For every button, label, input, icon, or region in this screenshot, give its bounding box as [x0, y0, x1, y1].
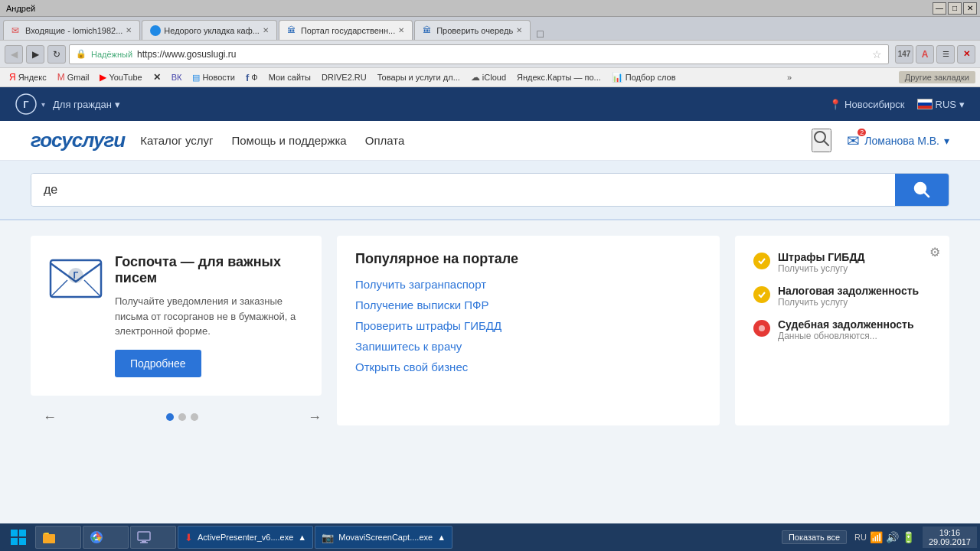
carousel-dot-3[interactable]: [191, 413, 198, 421]
window-maximize-button[interactable]: □: [948, 2, 962, 15]
tax-content: Налоговая задолженность Получить услугу: [778, 285, 919, 308]
windows-logo-icon: [9, 528, 28, 546]
bookmark-news[interactable]: ▤ Новости: [188, 71, 240, 84]
refresh-button[interactable]: ↻: [47, 45, 66, 64]
bookmark-star-icon[interactable]: ☆: [872, 48, 882, 60]
start-button[interactable]: [3, 525, 34, 549]
yandex-icon: Я: [9, 72, 16, 83]
carousel-dot-2[interactable]: [178, 413, 186, 421]
show-all-button[interactable]: Показать все: [782, 530, 847, 544]
menu-button[interactable]: ☰: [936, 45, 955, 64]
fb-icon: f: [246, 72, 249, 83]
popular-link-doctor[interactable]: Запишитесь к врачу: [355, 340, 701, 353]
tab-tiles-close-icon[interactable]: ✕: [263, 26, 269, 34]
taskbar-download-activepresenter[interactable]: ⬇ ActivePresenter_v6....exe ▲: [178, 526, 313, 549]
gosuslugi-logo[interactable]: госуслуги: [31, 129, 125, 152]
tab-tiles[interactable]: Недорого укладка каф... ✕: [142, 20, 277, 40]
svg-rect-12: [11, 538, 18, 545]
nav-help-link[interactable]: Помощь и поддержка: [231, 134, 346, 147]
top-nav-logo[interactable]: Г ▾: [15, 93, 45, 115]
tab-gmail[interactable]: ✉ Входящие - lomich1982... ✕: [3, 20, 140, 40]
bookmark-mysites[interactable]: Мои сайты: [264, 71, 315, 83]
x-extension-icon[interactable]: ✕: [957, 45, 975, 64]
carousel-prev-button[interactable]: ←: [43, 409, 57, 425]
tab-queue-close-icon[interactable]: ✕: [516, 26, 522, 34]
tab-gosuslugi[interactable]: 🏛 Портал государственн... ✕: [279, 20, 413, 40]
os-titlebar: Андрей — □ ✕: [0, 0, 980, 17]
court-title: Судебная задолженность: [778, 318, 914, 331]
bookmarks-more-button[interactable]: »: [782, 71, 796, 83]
tray-network-icon[interactable]: 📶: [870, 531, 883, 543]
tax-subtitle[interactable]: Получить услугу: [778, 297, 919, 308]
svg-rect-11: [19, 530, 26, 536]
bookmark-goods[interactable]: Товары и услуги дл...: [373, 71, 465, 83]
popular-link-pfr[interactable]: Получение выписки ПФР: [355, 298, 701, 311]
taskbar-app-display[interactable]: [130, 526, 176, 549]
bookmark-drive2[interactable]: DRIVE2.RU: [317, 71, 371, 83]
gmail-icon: M: [57, 72, 65, 83]
carousel-next-button[interactable]: →: [308, 409, 322, 425]
window-minimize-button[interactable]: —: [933, 2, 946, 15]
bookmark-fb[interactable]: f Ф: [241, 70, 263, 85]
tax-status-icon: [753, 286, 770, 303]
nav-catalog-link[interactable]: Каталог услуг: [140, 134, 213, 147]
address-domain: Надёжный: [91, 50, 132, 59]
widget-item-gibdd: Штрафы ГИБДД Получить услугу: [753, 251, 931, 274]
carousel-dot-1[interactable]: [166, 413, 174, 421]
logo-gos: гос: [31, 129, 61, 152]
system-clock[interactable]: 19:16 29.09.2017: [923, 527, 977, 548]
lang-chevron-icon: ▾: [959, 99, 965, 110]
popular-link-business[interactable]: Открыть свой бизнес: [355, 360, 701, 373]
nav-payment-link[interactable]: Оплата: [365, 134, 405, 147]
bookmark-youtube[interactable]: ▶ YouTube: [95, 70, 146, 84]
tab-gosuslugi-close-icon[interactable]: ✕: [398, 26, 404, 34]
bookmark-icloud[interactable]: ☁ iCloud: [466, 70, 511, 84]
address-bar[interactable]: 🔒 Надёжный https://www.gosuslugi.ru ☆: [69, 44, 889, 64]
movavi-chevron-icon[interactable]: ▲: [437, 533, 446, 542]
tray-battery-icon[interactable]: 🔋: [902, 531, 915, 543]
svg-rect-18: [138, 532, 150, 540]
extensions-button[interactable]: 147: [895, 45, 913, 64]
system-tray: RU 📶 🔊 🔋: [850, 531, 920, 543]
user-profile-button[interactable]: А: [916, 45, 934, 64]
widget-settings-icon[interactable]: ⚙: [929, 245, 940, 259]
window-close-button[interactable]: ✕: [963, 2, 977, 15]
activepresenter-chevron-icon[interactable]: ▲: [298, 533, 306, 542]
back-button[interactable]: ◀: [5, 45, 23, 64]
svg-text:Г: Г: [74, 270, 79, 281]
bookmark-yandex-maps[interactable]: Яндекс.Карты — по...: [512, 71, 606, 83]
forward-button[interactable]: ▶: [26, 45, 44, 64]
header-search-button[interactable]: [812, 129, 831, 152]
bookmark-vk[interactable]: ВК: [167, 71, 187, 83]
taskbar-app-explorer[interactable]: [35, 526, 81, 549]
top-nav-citizens-link[interactable]: Для граждан ▾: [53, 99, 120, 110]
bookmark-gmail-label: Gmail: [67, 73, 90, 82]
tab-queue[interactable]: 🏛 Проверить очередь ✕: [414, 20, 531, 40]
new-tab-button[interactable]: □: [532, 28, 547, 40]
svg-rect-14: [43, 534, 55, 543]
gibdd-subtitle[interactable]: Получить услугу: [778, 263, 864, 274]
bookmark-wordstat[interactable]: 📊 Подбор слов: [607, 70, 681, 84]
search-input[interactable]: [31, 174, 895, 206]
top-nav-location[interactable]: 📍 Новосибирск: [829, 99, 905, 110]
page-content: Г ▾ Для граждан ▾ 📍 Новосибирск RUS ▾: [0, 87, 980, 523]
search-submit-button[interactable]: [895, 174, 949, 206]
gosuslugi-emblem-icon: Г: [15, 93, 37, 115]
gosmail-title: Госпочта — для важных писем: [115, 254, 303, 286]
popular-link-gibdd[interactable]: Проверить штрафы ГИБДД: [355, 319, 701, 332]
bookmark-yandex[interactable]: Я Яндекс: [5, 70, 51, 84]
bookmark-x[interactable]: ✕: [149, 70, 165, 84]
top-navigation: Г ▾ Для граждан ▾ 📍 Новосибирск RUS ▾: [0, 87, 980, 121]
taskbar-app-chrome[interactable]: [83, 526, 129, 549]
bookmark-youtube-label: YouTube: [109, 73, 142, 82]
gosmail-more-button[interactable]: Подробнее: [115, 350, 201, 377]
user-profile-area[interactable]: ✉ 2 Ломанова М.В. ▾: [847, 132, 949, 150]
tab-gmail-close-icon[interactable]: ✕: [126, 26, 132, 34]
taskbar-download-movavi[interactable]: 📷 MovaviScreenCapt....exe ▲: [315, 526, 452, 549]
other-bookmarks-button[interactable]: Другие закладки: [899, 71, 975, 83]
tray-volume-icon[interactable]: 🔊: [886, 531, 899, 543]
top-nav-language[interactable]: RUS ▾: [917, 99, 965, 110]
bookmark-gmail[interactable]: M Gmail: [53, 70, 94, 84]
tray-keyboard-icon[interactable]: RU: [854, 533, 867, 542]
popular-link-zagranpassport[interactable]: Получить загранпаспорт: [355, 278, 701, 291]
